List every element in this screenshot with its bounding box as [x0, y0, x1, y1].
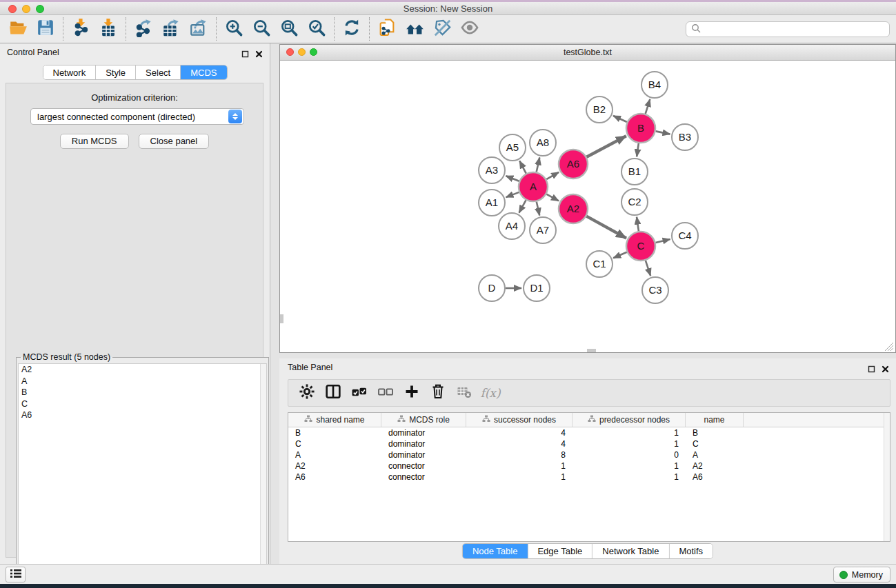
close-table-panel-icon[interactable]: [882, 363, 889, 376]
result-list-item[interactable]: A2: [19, 364, 266, 376]
mcds-result-list[interactable]: A2ABCA6: [18, 363, 267, 588]
node-A7[interactable]: A7: [530, 217, 556, 243]
delete-table-button[interactable]: [452, 381, 476, 405]
add-column-button[interactable]: [400, 381, 424, 405]
result-list-item[interactable]: A6: [19, 409, 266, 421]
column-header-predecessor-nodes[interactable]: predecessor nodes: [573, 413, 686, 427]
node-C2[interactable]: C2: [621, 189, 648, 215]
table-cell[interactable]: A6: [686, 472, 744, 483]
network-snapshot-button[interactable]: [373, 17, 401, 41]
canvas-vertical-scroll-indicator[interactable]: [280, 314, 283, 323]
close-panel-icon[interactable]: [255, 48, 263, 61]
edge-C-C2[interactable]: [637, 217, 639, 231]
node-A[interactable]: A: [519, 172, 548, 201]
tab-node-table[interactable]: Node Table: [463, 544, 528, 558]
table-cell[interactable]: dominator: [381, 427, 466, 438]
table-cell[interactable]: 8: [466, 449, 573, 460]
zoom-in-button[interactable]: [220, 17, 248, 41]
node-D1[interactable]: D1: [524, 275, 550, 301]
node-B[interactable]: B: [626, 114, 655, 143]
open-session-button[interactable]: [4, 17, 32, 41]
node-A3[interactable]: A3: [479, 157, 505, 183]
save-session-button[interactable]: [32, 17, 59, 41]
table-cell[interactable]: A: [686, 449, 744, 460]
function-builder-button[interactable]: f(x): [479, 381, 502, 405]
result-list-item[interactable]: A: [19, 376, 266, 387]
edge-A-A5[interactable]: [519, 161, 526, 173]
result-list-item[interactable]: C: [19, 398, 266, 410]
result-list-scrollbar[interactable]: [260, 364, 266, 587]
show-graphics-details-button[interactable]: [456, 17, 484, 41]
table-cell[interactable]: 4: [466, 438, 573, 449]
resize-grip-icon[interactable]: [885, 342, 894, 351]
edge-B-B3[interactable]: [656, 131, 670, 134]
maximize-window-button[interactable]: [36, 5, 44, 13]
edge-A-A2[interactable]: [546, 194, 559, 201]
network-window-titlebar[interactable]: testGlobe.txt: [280, 45, 895, 61]
tab-style[interactable]: Style: [96, 65, 136, 79]
float-table-panel-icon[interactable]: [868, 363, 875, 376]
delete-column-button[interactable]: [426, 381, 450, 405]
table-cell[interactable]: connector: [381, 460, 466, 472]
table-cell[interactable]: 1: [573, 438, 686, 449]
edge-A-A3[interactable]: [506, 176, 519, 181]
edge-A2-C[interactable]: [586, 216, 626, 239]
network-canvas[interactable]: B4B2BB3A8A5A6A3B1AA1C2A2A4A7C4CC1C3DD1: [281, 61, 895, 352]
close-panel-button[interactable]: Close panel: [139, 134, 210, 149]
table-cell[interactable]: C: [686, 438, 744, 449]
column-header-successor-nodes[interactable]: successor nodes: [466, 413, 573, 427]
apply-layout-button[interactable]: [338, 17, 366, 41]
float-panel-icon[interactable]: [241, 48, 249, 61]
node-C1[interactable]: C1: [586, 251, 613, 277]
table-row[interactable]: A6connector11A6: [288, 472, 890, 483]
task-history-button[interactable]: [6, 567, 26, 582]
table-cell[interactable]: 1: [573, 472, 686, 483]
edge-B-B2[interactable]: [613, 116, 627, 122]
node-A2[interactable]: A2: [559, 194, 588, 223]
node-A5[interactable]: A5: [499, 134, 526, 161]
export-network-button[interactable]: [130, 17, 157, 41]
table-scrollbar[interactable]: [884, 413, 890, 541]
import-table-button[interactable]: [94, 17, 122, 41]
result-list-item[interactable]: B: [19, 387, 266, 398]
network-maximize-button[interactable]: [310, 48, 317, 56]
canvas-horizontal-scroll-indicator[interactable]: [587, 349, 596, 352]
table-cell[interactable]: 0: [573, 449, 686, 460]
deselect-all-checkbox-button[interactable]: [374, 381, 397, 405]
show-columns-button[interactable]: [321, 381, 345, 405]
edge-A6-B[interactable]: [586, 136, 626, 156]
table-row[interactable]: Cdominator41C: [288, 438, 890, 449]
table-row[interactable]: A2connector11A2: [288, 460, 890, 472]
run-mcds-button[interactable]: Run MCDS: [60, 134, 129, 149]
tab-select[interactable]: Select: [136, 65, 181, 79]
table-cell[interactable]: A: [288, 449, 381, 460]
export-table-button[interactable]: [157, 17, 185, 41]
optimization-criterion-dropdown[interactable]: largest connected component (directed): [30, 108, 244, 125]
cyndex-home-button[interactable]: [401, 17, 428, 41]
node-C3[interactable]: C3: [642, 277, 668, 303]
zoom-fit-button[interactable]: [275, 17, 303, 41]
column-header-shared-name[interactable]: shared name: [288, 413, 381, 427]
table-cell[interactable]: A2: [686, 460, 744, 472]
tab-edge-table[interactable]: Edge Table: [528, 544, 593, 558]
table-cell[interactable]: A2: [288, 460, 381, 472]
edge-C-C3[interactable]: [646, 261, 650, 276]
tab-mcds[interactable]: MCDS: [181, 65, 226, 79]
edge-B-B4[interactable]: [646, 99, 650, 114]
node-A1[interactable]: A1: [479, 190, 505, 216]
edge-A-A4[interactable]: [519, 200, 526, 212]
table-cell[interactable]: 1: [466, 472, 573, 483]
edge-A-A1[interactable]: [506, 192, 519, 197]
table-cell[interactable]: connector: [381, 472, 466, 483]
column-header-MCDS-role[interactable]: MCDS role: [381, 413, 466, 427]
table-cell[interactable]: 1: [466, 460, 573, 472]
network-minimize-button[interactable]: [298, 48, 306, 56]
edge-A-A7[interactable]: [537, 201, 539, 215]
edge-C-C1[interactable]: [613, 252, 627, 258]
node-B1[interactable]: B1: [621, 159, 648, 185]
table-cell[interactable]: A6: [288, 472, 381, 483]
table-cell[interactable]: dominator: [381, 438, 466, 449]
select-all-checkbox-button[interactable]: [348, 381, 371, 405]
node-table[interactable]: shared nameMCDS rolesuccessor nodesprede…: [288, 412, 890, 542]
table-cell[interactable]: 1: [573, 460, 686, 472]
